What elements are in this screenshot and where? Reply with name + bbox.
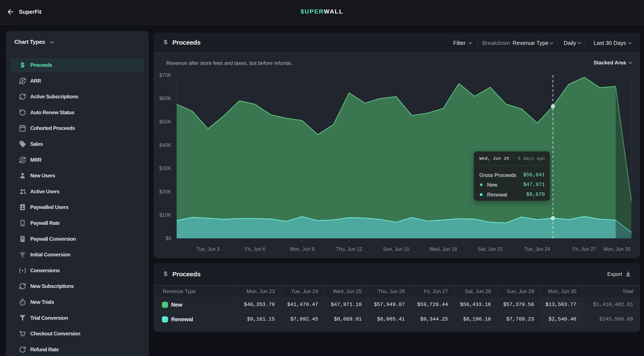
svg-text:Fri, Jun 27: Fri, Jun 27 [573, 246, 596, 252]
svg-text:$70K: $70K [159, 72, 171, 78]
svg-text:$0: $0 [166, 235, 171, 241]
svg-text:$: $ [22, 158, 24, 162]
svg-text:$50K: $50K [159, 119, 171, 124]
svg-text:$: $ [22, 79, 24, 83]
svg-text:Mon, Jun 30: Mon, Jun 30 [603, 246, 630, 252]
svg-text:Wed, Jun 18: Wed, Jun 18 [429, 246, 457, 252]
svg-text:$20K: $20K [159, 189, 171, 194]
svg-text:Sun, Jun 15: Sun, Jun 15 [383, 246, 409, 252]
svg-text:Tue, Jun 3: Tue, Jun 3 [196, 246, 220, 252]
svg-text:Mon, Jun 9: Mon, Jun 9 [290, 246, 314, 252]
svg-text:$10K: $10K [159, 212, 171, 218]
svg-text:$30K: $30K [159, 165, 171, 171]
svg-text:Fri, Jun 6: Fri, Jun 6 [245, 246, 265, 252]
svg-text:Thu, Jun 12: Thu, Jun 12 [336, 246, 362, 252]
svg-text:Sat, Jun 21: Sat, Jun 21 [478, 246, 503, 252]
svg-text:$40K: $40K [159, 142, 171, 148]
svg-text:Tue, Jun 24: Tue, Jun 24 [524, 246, 550, 252]
svg-text:$60K: $60K [159, 95, 171, 101]
svg-text:$: $ [20, 62, 24, 69]
